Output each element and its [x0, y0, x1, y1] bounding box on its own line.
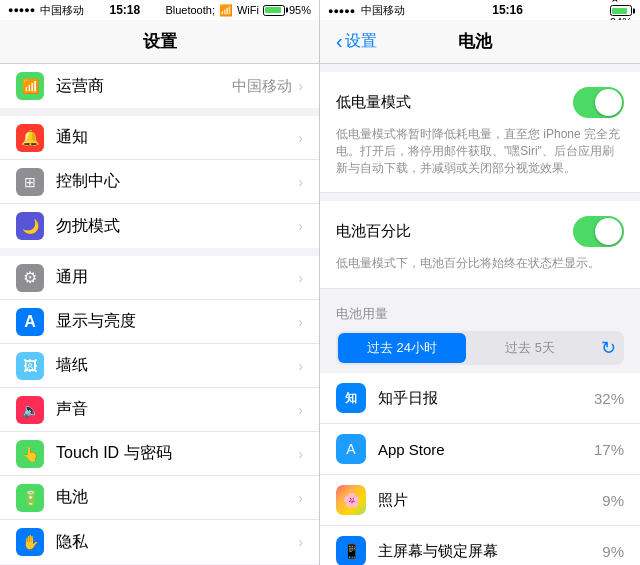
display-icon: A [16, 308, 44, 336]
tab-bar: 过去 24小时 过去 5天 ↻ [336, 331, 624, 365]
usage-divider [320, 289, 640, 297]
appstore-pct: 17% [594, 441, 624, 458]
privacy-icon: ✋ [16, 528, 44, 556]
battery-pct-label: 电池百分比 [336, 222, 411, 241]
low-power-toggle[interactable] [573, 87, 624, 118]
battery-settings-icon: 🔋 [16, 484, 44, 512]
homescreen-icon: 📱 [336, 536, 366, 565]
back-label: 设置 [345, 31, 377, 52]
battery-pct-row: 电池百分比 [336, 213, 624, 249]
settings-item-notifications[interactable]: 🔔 通知 › [0, 116, 319, 160]
do-not-disturb-chevron: › [298, 218, 303, 234]
homescreen-name: 主屏幕与锁定屏幕 [378, 542, 602, 561]
control-center-label: 控制中心 [56, 171, 298, 192]
display-chevron: › [298, 314, 303, 330]
left-status-bar: ●●●●● 中国移动 15:18 Bluetooth; 📶 WiFi 95% [0, 0, 319, 20]
settings-item-sounds[interactable]: 🔈 声音 › [0, 388, 319, 432]
app-usage-item-homescreen[interactable]: 📱 主屏幕与锁定屏幕 9% [320, 526, 640, 565]
photos-pct: 9% [602, 492, 624, 509]
privacy-chevron: › [298, 534, 303, 550]
left-nav-title: 设置 [143, 30, 177, 53]
app-usage-item-photos[interactable]: 🌸 照片 9% [320, 475, 640, 526]
carrier-label: 运营商 [56, 76, 232, 97]
wallpaper-label: 墙纸 [56, 355, 298, 376]
settings-item-control-center[interactable]: ⊞ 控制中心 › [0, 160, 319, 204]
do-not-disturb-label: 勿扰模式 [56, 216, 298, 237]
homescreen-pct: 9% [602, 543, 624, 560]
battery-label: 电池 [56, 487, 298, 508]
control-center-chevron: › [298, 174, 303, 190]
appstore-icon: A [336, 434, 366, 464]
low-power-knob [595, 89, 622, 116]
carrier-value: 中国移动 [232, 77, 292, 96]
divider-2 [0, 248, 319, 256]
refresh-icon[interactable]: ↻ [594, 334, 622, 362]
display-label: 显示与亮度 [56, 311, 298, 332]
app-usage-item-zhihu[interactable]: 知 知乎日报 32% [320, 373, 640, 424]
right-battery-icon [610, 5, 632, 16]
zhihu-icon: 知 [336, 383, 366, 413]
touch-id-icon: 👆 [16, 440, 44, 468]
settings-item-display[interactable]: A 显示与亮度 › [0, 300, 319, 344]
back-button[interactable]: ‹ 设置 [336, 30, 377, 53]
top-divider [320, 64, 640, 72]
battery-pct-desc: 低电量模式下，电池百分比将始终在状态栏显示。 [336, 255, 624, 272]
left-panel: ●●●●● 中国移动 15:18 Bluetooth; 📶 WiFi 95% 设… [0, 0, 320, 565]
settings-item-general[interactable]: ⚙ 通用 › [0, 256, 319, 300]
app-usage-item-appstore[interactable]: A App Store 17% [320, 424, 640, 475]
settings-item-touch-id[interactable]: 👆 Touch ID 与密码 › [0, 432, 319, 476]
left-battery-icon [263, 5, 285, 16]
right-nav-bar: ‹ 设置 电池 [320, 20, 640, 64]
right-dots: ●●●●● [328, 6, 355, 16]
photos-icon: 🌸 [336, 485, 366, 515]
touch-id-label: Touch ID 与密码 [56, 443, 298, 464]
touch-id-chevron: › [298, 446, 303, 462]
right-signal: ●●●●● 中国移动 [328, 3, 405, 18]
low-power-desc: 低电量模式将暂时降低耗电量，直至您 iPhone 完全充电。打开后，将停用邮件获… [336, 126, 624, 176]
pct-divider [320, 193, 640, 201]
left-signal: ●●●●● 中国移动 [8, 3, 84, 18]
left-bluetooth-icon: Bluetooth; [165, 4, 215, 16]
battery-pct-knob [595, 218, 622, 245]
usage-title: 电池用量 [320, 297, 640, 327]
tab-5d[interactable]: 过去 5天 [466, 333, 594, 363]
appstore-name: App Store [378, 441, 594, 458]
carrier-icon: 📶 [16, 72, 44, 100]
app-usage-list: 知 知乎日报 32% A App Store 17% 🌸 照片 9% [320, 373, 640, 565]
tab-24h[interactable]: 过去 24小时 [338, 333, 466, 363]
sounds-icon: 🔈 [16, 396, 44, 424]
right-panel: ●●●●● 中国移动 15:16 ★ 94% ‹ 设置 电池 低电量模式 [320, 0, 640, 565]
low-power-row: 低电量模式 [336, 84, 624, 120]
settings-item-do-not-disturb[interactable]: 🌙 勿扰模式 › [0, 204, 319, 248]
wallpaper-icon: 🖼 [16, 352, 44, 380]
right-bt-icon: ★ [610, 0, 620, 4]
right-carrier: 中国移动 [361, 4, 405, 16]
settings-group-1: 📶 运营商 中国移动 › [0, 64, 319, 108]
general-chevron: › [298, 270, 303, 286]
control-center-icon: ⊞ [16, 168, 44, 196]
left-bt-icon: 📶 [219, 4, 233, 17]
general-icon: ⚙ [16, 264, 44, 292]
battery-pct-toggle[interactable] [573, 216, 624, 247]
battery-pct-section: 电池百分比 低电量模式下，电池百分比将始终在状态栏显示。 [320, 201, 640, 289]
low-power-label: 低电量模式 [336, 93, 411, 112]
left-time: 15:18 [109, 3, 140, 17]
right-status-bar: ●●●●● 中国移动 15:16 ★ 94% [320, 0, 640, 20]
battery-chevron: › [298, 490, 303, 506]
back-chevron-icon: ‹ [336, 30, 343, 53]
settings-item-carrier[interactable]: 📶 运营商 中国移动 › [0, 64, 319, 108]
sounds-label: 声音 [56, 399, 298, 420]
right-time: 15:16 [492, 3, 523, 17]
settings-item-privacy[interactable]: ✋ 隐私 › [0, 520, 319, 564]
zhihu-name: 知乎日报 [378, 389, 594, 408]
left-right-status: Bluetooth; 📶 WiFi 95% [165, 4, 311, 17]
notifications-icon: 🔔 [16, 124, 44, 152]
photos-name: 照片 [378, 491, 602, 510]
notifications-label: 通知 [56, 127, 298, 148]
settings-group-3: ⚙ 通用 › A 显示与亮度 › 🖼 墙纸 › � [0, 256, 319, 564]
left-battery-pct: 95% [289, 4, 311, 16]
notifications-chevron: › [298, 130, 303, 146]
wallpaper-chevron: › [298, 358, 303, 374]
settings-item-wallpaper[interactable]: 🖼 墙纸 › [0, 344, 319, 388]
settings-item-battery[interactable]: 🔋 电池 › [0, 476, 319, 520]
